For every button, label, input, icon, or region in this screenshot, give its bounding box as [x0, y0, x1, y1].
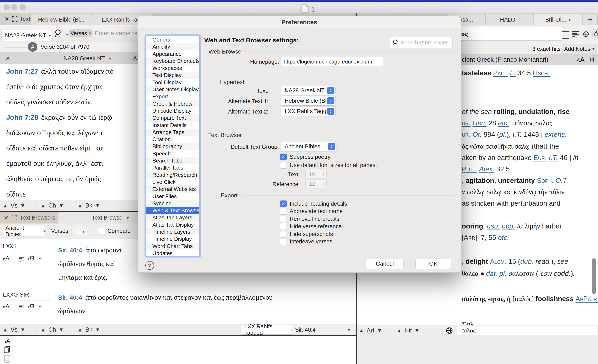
text-group-selector[interactable]: Ancient Bibles▾ — [2, 226, 45, 236]
expand-zone-icon[interactable] — [12, 215, 17, 220]
reference-size-stepper[interactable]: 12 ▴▾ — [306, 179, 327, 188]
dictionary-search-input[interactable]: σάλος — [444, 27, 563, 40]
dictionary-goto-input[interactable]: σαλος — [457, 326, 597, 335]
add-parallel-icon[interactable]: ⊕ — [582, 29, 590, 39]
prefs-sidebar-item-arrange-tags[interactable]: Arrange Tags — [146, 129, 199, 136]
equals-toggle-icon[interactable] — [562, 31, 569, 39]
dictionary-link[interactable]: Pall. — [493, 69, 508, 77]
prefs-sidebar-item-search-tabs[interactable]: Search Tabs — [146, 157, 199, 164]
tab-brill-dictionary[interactable]: Brill Di...▾ — [534, 14, 582, 25]
verse-reference[interactable]: John 7:28 — [6, 113, 38, 121]
dictionary-link[interactable]: Alex. — [479, 165, 494, 173]
prefs-sidebar-item-live-click[interactable]: Live Click — [146, 178, 199, 186]
dictionary-link[interactable]: Hec. — [473, 119, 487, 127]
browser-text-selector[interactable]: LXX Rahlfs Tagged▾ — [241, 325, 293, 334]
export-checkbox-hide-superscripts[interactable] — [280, 231, 287, 237]
export-checkbox-hide-verse-reference[interactable] — [280, 223, 287, 230]
add-notes-button[interactable]: Add Notes▾ — [562, 44, 597, 54]
gear-icon[interactable]: ⚙ — [589, 56, 595, 64]
dictionary-link[interactable]: Eur. — [533, 154, 547, 162]
bk-stepper[interactable]: ▲Bk▼ — [78, 200, 99, 211]
verse-reference[interactable]: John 7:27 — [6, 67, 38, 75]
amplify-icon[interactable] — [591, 29, 598, 39]
ch-stepper[interactable]: ▲Ch▼ — [42, 324, 63, 335]
dictionary-link[interactable]: dat. — [486, 270, 498, 277]
dictionary-link[interactable]: O.T. — [556, 177, 568, 184]
dictionary-link[interactable]: extens. — [545, 130, 567, 138]
text-size-stepper[interactable]: 16 ▴▾ — [306, 170, 327, 178]
ch-stepper[interactable]: ▲Ch▼ — [42, 200, 63, 211]
list-display-icon[interactable] — [572, 31, 579, 37]
prefs-sidebar-item-external-websites[interactable]: External Websites — [146, 186, 199, 193]
prefs-sidebar-item-citation[interactable]: Citation — [146, 136, 199, 143]
prefs-sidebar-item-keyboard-shortcuts[interactable]: Keyboard Shortcuts — [146, 57, 199, 65]
browser-verse-field[interactable]: Sir. 40:4 — [292, 325, 341, 334]
default-text-group-popup[interactable]: Ancient Bibles ▴▾ — [281, 142, 336, 151]
hit-stepper[interactable]: ▲Hit▼ — [398, 325, 419, 336]
prefs-sidebar-item-word-chart-tabs[interactable]: Word Chart Tabs — [146, 243, 199, 250]
scrollbar-thumb[interactable] — [592, 258, 596, 294]
prefs-sidebar-item-timeline-layers[interactable]: Timeline Layers — [146, 228, 199, 235]
vs-stepper[interactable]: ▲Vs▼ — [4, 324, 24, 335]
tab-hebrew-bible[interactable]: Hebrew Bible (Bi... — [31, 14, 92, 25]
zoom-window-button[interactable] — [19, 4, 25, 10]
font-size-control[interactable]: aA — [3, 303, 9, 310]
ok-button[interactable]: OK — [415, 259, 451, 269]
expand-zone-icon[interactable] — [12, 16, 17, 22]
use-default-fonts-checkbox[interactable] — [280, 162, 287, 169]
dictionary-link[interactable]: etc. — [498, 119, 509, 127]
search-scope-selector[interactable]: Verses▾ — [68, 29, 93, 37]
dictionary-link[interactable]: L. — [510, 69, 516, 77]
verse-slider-knob[interactable]: A — [28, 42, 37, 52]
prefs-sidebar-item-bibliography[interactable]: Bibliography — [146, 143, 199, 150]
font-size-control[interactable]: AA — [577, 56, 585, 64]
prefs-sidebar-item-timeline-display[interactable]: Timeline Display — [146, 235, 199, 243]
homepage-input[interactable]: https://logeion.uchicago.edu/lexidium — [281, 57, 383, 66]
suppress-poetry-checkbox[interactable]: ✓ — [280, 154, 287, 160]
search-options-chevron-icon[interactable]: ▾ — [66, 32, 68, 37]
prefs-sidebar-item-parallel-tabs[interactable]: Parallel Tabs — [146, 164, 199, 171]
prefs-sidebar-item-tool-display[interactable]: Tool Display — [146, 79, 199, 86]
prefs-sidebar-item-appearance[interactable]: Appearance — [146, 50, 199, 57]
verses-count-selector[interactable]: 1▾ — [71, 227, 91, 236]
prefs-sidebar-item-web-text-browser[interactable]: Web & Text Browser — [146, 207, 199, 214]
art-stepper[interactable]: ▲Art▼ — [360, 325, 381, 336]
prefs-sidebar-item-speech[interactable]: Speech — [146, 150, 199, 157]
prefs-sidebar-item-amplify[interactable]: Amplify — [146, 43, 199, 50]
font-size-control[interactable]: aA — [4, 337, 10, 345]
hypertext-popup[interactable]: Hebrew Bible (Bibli...▴▾ — [281, 96, 335, 105]
dictionary-link[interactable]: dub. — [520, 258, 533, 265]
dictionary-link[interactable]: usu. — [487, 222, 500, 230]
hypertext-popup[interactable]: NA28 Greek NT▴▾ — [281, 86, 335, 95]
dictionary-link[interactable]: opp. — [502, 222, 515, 230]
dictionary-link[interactable]: Plut. — [462, 165, 477, 173]
dictionary-link[interactable]: Hsch. — [533, 69, 550, 77]
dictionary-link[interactable]: pl. — [499, 130, 507, 138]
dictionary-link[interactable]: I.T. — [549, 154, 558, 162]
prefs-sidebar-item-atlas-tab-layers[interactable]: Atlas Tab Layers — [146, 214, 199, 221]
clipboard-icon[interactable] — [4, 355, 10, 363]
globe-icon[interactable] — [446, 327, 453, 334]
tab-halot[interactable]: HALOT — [485, 14, 533, 25]
dictionary-link[interactable]: ur. — [462, 130, 471, 138]
dictionary-link[interactable]: etc. — [498, 234, 509, 241]
help-button[interactable]: ? — [145, 261, 154, 270]
font-size-control[interactable]: aA — [3, 255, 9, 262]
close-zone-icon[interactable]: ✕ — [5, 16, 9, 22]
compare-checkbox[interactable] — [98, 228, 105, 235]
dictionary-link[interactable]: ApPatr. — [576, 295, 598, 303]
verse-reference[interactable]: Sir. 40:4 — [58, 294, 82, 301]
prefs-sidebar-item-compare-text[interactable]: Compare Text — [146, 114, 199, 121]
text-module-selector[interactable]: NA28 Greek NT▾ — [2, 30, 52, 41]
minimize-window-button[interactable] — [11, 4, 17, 10]
search-icon[interactable] — [54, 29, 63, 38]
export-checkbox-interleave-verses[interactable] — [280, 238, 287, 245]
dialog-titlebar[interactable]: Preferences — [138, 16, 461, 28]
chevron-down-icon[interactable]: ▾ — [569, 17, 571, 22]
close-zone-icon[interactable]: ✕ — [4, 215, 8, 221]
prefs-sidebar-item-user-notes-display[interactable]: User Notes Display — [146, 86, 199, 93]
export-checkbox-include-heading-details[interactable]: ✓ — [280, 201, 287, 207]
dictionary-link[interactable]: Soph. — [537, 177, 554, 184]
add-tab-button[interactable]: + — [583, 14, 598, 25]
prefs-sidebar-item-export[interactable]: Export — [146, 93, 199, 100]
